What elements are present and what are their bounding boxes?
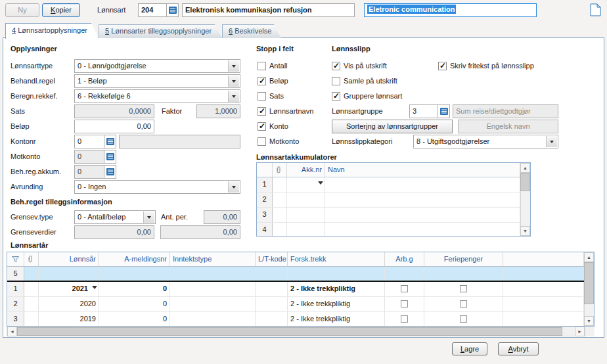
motkonto-field[interactable]: 0 <box>74 150 104 164</box>
tab-lonnsartopplysninger[interactable]: 4 Lønnsartopplysninger <box>5 23 99 39</box>
feriepenger-checkbox[interactable] <box>460 285 467 292</box>
vis-pa-utskrift-checkbox[interactable] <box>332 62 340 70</box>
samle-pa-utskrift-checkbox[interactable] <box>332 77 340 85</box>
beh-reg-akkum-lookup-icon[interactable] <box>104 165 116 179</box>
scrollbar-thumb[interactable] <box>520 173 530 191</box>
lonnsarttype-select[interactable]: 0 - Lønn/godtgjørelse <box>74 59 240 73</box>
column-header-akknr[interactable]: Akk.nr <box>287 163 325 177</box>
cell-feriepenger[interactable] <box>424 297 503 311</box>
column-header-navn[interactable]: Navn <box>325 163 520 177</box>
chevron-down-icon[interactable] <box>228 181 239 193</box>
cell-ameldingsnr[interactable] <box>99 267 170 281</box>
cell-ameldingsnr[interactable]: 0 <box>99 282 170 296</box>
chevron-down-icon[interactable] <box>92 286 97 292</box>
cell-forsktrekk[interactable] <box>288 267 385 281</box>
cell-akknr[interactable] <box>287 177 325 192</box>
akkumulatorer-scrollbar[interactable]: ▲ ▼ <box>520 163 530 236</box>
cell-lonnsar[interactable] <box>39 267 99 281</box>
table-row-new[interactable]: 5 <box>7 267 594 282</box>
cell-feriepenger[interactable] <box>424 267 503 281</box>
belop-checkbox[interactable] <box>258 77 266 85</box>
scrollbar-thumb[interactable] <box>17 327 562 336</box>
cell-ltkode[interactable] <box>256 267 288 281</box>
sats-checkbox[interactable] <box>258 92 266 101</box>
chevron-down-icon[interactable] <box>318 181 323 187</box>
scroll-up-icon[interactable]: ▲ <box>520 163 530 173</box>
column-header-ameldingsnr[interactable]: A-meldingsnr <box>99 252 170 266</box>
cell-ltkode[interactable] <box>256 282 288 296</box>
kontonr-field[interactable]: 0 <box>74 135 104 148</box>
beregn-rekkef-select[interactable]: 6 - Rekkefølge 6 <box>74 89 240 103</box>
belop-field[interactable]: 0,00 <box>74 120 154 133</box>
lonnsartar-hscrollbar[interactable]: ◄ ► <box>7 327 585 336</box>
akkumulator-row[interactable]: 1 <box>257 177 530 193</box>
cancel-button[interactable]: Avbryt <box>498 342 539 355</box>
scroll-left-icon[interactable]: ◄ <box>7 327 17 336</box>
lonnsartnavn-checkbox[interactable] <box>258 107 266 116</box>
new-button[interactable]: Ny <box>5 3 39 17</box>
gruppere-lonnsart-checkbox[interactable] <box>332 92 340 101</box>
cell-feriepenger[interactable] <box>424 282 503 296</box>
cell-forsktrekk[interactable]: 2 - Ikke trekkpliktig <box>288 297 385 311</box>
cell-ameldingsnr[interactable]: 0 <box>99 312 170 327</box>
cell-inntektstype[interactable] <box>170 267 256 281</box>
chevron-down-icon[interactable] <box>228 60 239 72</box>
cell-lonnsar[interactable]: 2019 <box>39 312 99 327</box>
cell-ltkode[interactable] <box>256 312 288 327</box>
motkonto-checkbox[interactable] <box>258 137 266 146</box>
chevron-down-icon[interactable] <box>143 212 154 223</box>
cell-arbg[interactable] <box>385 297 424 311</box>
akkumulator-row[interactable]: 3 <box>257 208 530 223</box>
beh-reg-akkum-field[interactable]: 0 <box>74 165 104 179</box>
lonnsslippkategori-select[interactable]: 8 - Utgiftsgodtgjørelser <box>413 135 558 148</box>
cell-inntektstype[interactable] <box>170 312 256 327</box>
column-header-forsktrekk[interactable]: Forsk.trekk <box>288 252 385 266</box>
avrunding-select[interactable]: 0 - Ingen <box>74 180 240 194</box>
column-header-ltkode[interactable]: L/T-kode <box>256 252 288 266</box>
konto-checkbox[interactable] <box>258 122 266 131</box>
antall-checkbox[interactable] <box>258 62 266 70</box>
grensev-type-select[interactable]: 0 - Antall/beløp <box>74 210 156 224</box>
feriepenger-checkbox[interactable] <box>460 315 467 323</box>
scroll-right-icon[interactable]: ► <box>575 327 585 336</box>
copy-button[interactable]: Kopier <box>42 3 80 17</box>
cell-forsktrekk[interactable]: 2 - Ikke trekkpliktig <box>288 312 385 327</box>
arbg-checkbox[interactable] <box>401 315 408 323</box>
column-header-inntektstype[interactable]: Inntektstype <box>170 252 256 266</box>
column-header-feriepenger[interactable]: Feriepenger <box>424 252 503 266</box>
arbg-checkbox[interactable] <box>401 285 408 292</box>
cell-lonnsar[interactable]: 2021 <box>39 282 99 296</box>
akkumulator-row[interactable]: 2 <box>257 193 530 208</box>
akkumulator-row[interactable]: 4 <box>257 223 530 237</box>
table-row[interactable]: 2 2020 0 2 - Ikke trekkpliktig <box>7 297 594 312</box>
kontonr-lookup-icon[interactable] <box>104 135 116 148</box>
table-row[interactable]: 1 2021 0 2 - Ikke trekkpliktig <box>7 282 594 297</box>
lonnsart-name-field[interactable]: Elektronisk kommunikasjon refusjon <box>182 3 355 17</box>
chevron-down-icon[interactable] <box>546 136 557 147</box>
note-icon[interactable] <box>590 3 601 16</box>
lonnsart-number-field[interactable]: 204 <box>138 3 167 17</box>
english-name-field[interactable]: Eletronic communication <box>364 3 537 17</box>
cell-akknr[interactable] <box>287 193 325 207</box>
chevron-down-icon[interactable] <box>228 76 239 87</box>
cell-ltkode[interactable] <box>256 297 288 311</box>
lonnsartgruppe-field[interactable]: 3 <box>409 104 438 118</box>
tab-tilleggsopplysninger[interactable]: 5 Lønnsarter tilleggsopplysninger <box>99 24 222 38</box>
cell-feriepenger[interactable] <box>424 312 503 327</box>
lonnsartar-vscrollbar[interactable]: ▲ ▼ <box>584 252 594 326</box>
tab-beskrivelse[interactable]: 6 Beskrivelse <box>222 24 281 38</box>
motkonto-lookup-icon[interactable] <box>104 150 116 164</box>
cell-ameldingsnr[interactable]: 0 <box>99 297 170 311</box>
cell-forsktrekk[interactable]: 2 - Ikke trekkpliktig <box>288 282 385 296</box>
scroll-up-icon[interactable]: ▲ <box>584 252 594 262</box>
sortering-button[interactable]: Sortering av lønnsartgrupper <box>332 120 453 133</box>
behandl-regel-select[interactable]: 1 - Beløp <box>74 74 240 88</box>
scroll-down-icon[interactable]: ▼ <box>520 226 530 236</box>
save-button[interactable]: Lagre <box>452 342 487 355</box>
feriepenger-checkbox[interactable] <box>460 300 467 307</box>
cell-navn[interactable] <box>325 177 520 192</box>
cell-arbg[interactable] <box>385 312 424 327</box>
arbg-checkbox[interactable] <box>401 300 408 307</box>
column-header-arbg[interactable]: Arb.g <box>385 252 424 266</box>
cell-inntektstype[interactable] <box>170 282 256 296</box>
